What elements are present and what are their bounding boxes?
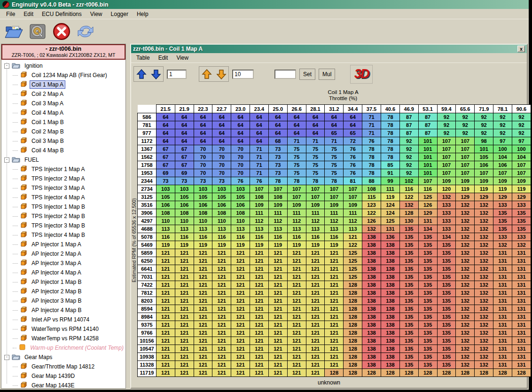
map-cell[interactable]: 64 xyxy=(250,129,269,137)
map-cell[interactable]: 107 xyxy=(418,177,437,185)
map-cell[interactable]: 133 xyxy=(512,233,531,241)
map-cell[interactable]: 65 xyxy=(325,129,344,137)
map-cell[interactable]: 121 xyxy=(268,321,287,329)
map-cell[interactable]: 121 xyxy=(287,273,306,281)
map-cell[interactable]: 73 xyxy=(268,145,287,153)
tree-item-ap-injector-3-map-b[interactable]: AP Injector 3 Map B xyxy=(1,296,125,306)
map-cell[interactable]: 132 xyxy=(456,313,475,321)
map-cell[interactable]: 107 xyxy=(437,169,456,177)
map-cell[interactable]: 112 xyxy=(287,217,306,225)
map-cell[interactable]: 78 xyxy=(381,113,399,121)
map-cell[interactable]: 131 xyxy=(493,265,512,273)
map-cell[interactable]: 138 xyxy=(381,265,399,273)
map-cell[interactable]: 76 xyxy=(344,169,362,177)
map-cell[interactable]: 135 xyxy=(437,249,456,257)
map-cell[interactable]: 116 xyxy=(418,185,437,193)
col-header-cell[interactable]: 65.6 xyxy=(456,105,475,113)
col-header-cell[interactable]: 40.6 xyxy=(381,105,399,113)
map-cell[interactable]: 121 xyxy=(268,345,287,353)
map-cell[interactable]: 113 xyxy=(194,225,212,233)
map-cell[interactable]: 132 xyxy=(456,273,475,281)
map-cell[interactable]: 64 xyxy=(306,129,325,137)
map-cell[interactable]: 128 xyxy=(362,369,381,377)
map-cell[interactable]: 110 xyxy=(194,217,212,225)
col-header-cell[interactable]: 25.0 xyxy=(268,105,287,113)
map-cell[interactable]: 64 xyxy=(156,137,175,145)
map-cell[interactable]: 135 xyxy=(437,241,456,249)
map-cell[interactable]: 128 xyxy=(418,369,437,377)
row-header-cell[interactable]: 5078 xyxy=(138,233,156,241)
map-cell[interactable]: 121 xyxy=(268,257,287,265)
increment-coarse-icon[interactable] xyxy=(199,67,214,81)
map-cell[interactable]: 121 xyxy=(287,257,306,265)
map-cell[interactable]: 132 xyxy=(437,193,456,201)
map-cell[interactable]: 73 xyxy=(175,177,194,185)
map-cell[interactable]: 132 xyxy=(475,289,493,297)
map-cell[interactable]: 128 xyxy=(399,369,418,377)
map-cell[interactable]: 92 xyxy=(493,129,512,137)
map-cell[interactable]: 106 xyxy=(156,201,175,209)
row-header-cell[interactable]: 9375 xyxy=(138,321,156,329)
row-header-cell[interactable]: 6641 xyxy=(138,265,156,273)
map-cell[interactable]: 92 xyxy=(512,129,531,137)
map-cell[interactable]: 128 xyxy=(344,281,362,289)
map-cell[interactable]: 121 xyxy=(231,257,250,265)
map-cell[interactable]: 121 xyxy=(268,289,287,297)
map-cell[interactable]: 109 xyxy=(287,201,306,209)
map-cell[interactable]: 121 xyxy=(325,313,344,321)
map-cell[interactable]: 121 xyxy=(194,281,212,289)
map-cell[interactable]: 121 xyxy=(175,369,194,377)
map-cell[interactable]: 119 xyxy=(493,185,512,193)
map-cell[interactable]: 108 xyxy=(362,185,381,193)
map-cell[interactable]: 87 xyxy=(418,129,437,137)
col-header-cell[interactable]: 23.4 xyxy=(250,105,269,113)
map-cell[interactable]: 81 xyxy=(344,177,362,185)
map-cell[interactable]: 122 xyxy=(344,241,362,249)
tree-item-gear-maps[interactable]: -Gear Maps xyxy=(1,353,125,362)
map-cell[interactable]: 92 xyxy=(456,121,475,129)
collapse-toggle-icon[interactable]: - xyxy=(4,355,9,360)
map-cell[interactable]: 64 xyxy=(268,121,287,129)
tree-item-tps-injector-2-map-b[interactable]: TPS Injector 2 Map B xyxy=(1,212,125,221)
map-cell[interactable]: 128 xyxy=(493,369,512,377)
map-cell[interactable]: 119 xyxy=(512,185,531,193)
row-header-cell[interactable]: 1953 xyxy=(138,169,156,177)
map-cell[interactable]: 121 xyxy=(306,305,325,313)
map-cell[interactable]: 70 xyxy=(194,169,212,177)
map-cell[interactable]: 121 xyxy=(250,345,269,353)
map-cell[interactable]: 138 xyxy=(381,329,399,337)
map-cell[interactable]: 121 xyxy=(212,329,231,337)
fine-increment-input[interactable] xyxy=(167,70,187,79)
map-cell[interactable]: 131 xyxy=(418,217,437,225)
map-cell[interactable]: 131 xyxy=(493,329,512,337)
map-cell[interactable]: 121 xyxy=(325,345,344,353)
map-cell[interactable]: 120 xyxy=(437,185,456,193)
map-cell[interactable]: 121 xyxy=(231,305,250,313)
row-header-cell[interactable]: 3516 xyxy=(138,201,156,209)
map-cell[interactable]: 92 xyxy=(437,129,456,137)
set-button[interactable]: Set xyxy=(299,69,315,80)
map-cell[interactable]: 131 xyxy=(381,225,399,233)
map-cell[interactable]: 121 xyxy=(325,305,344,313)
map-cell[interactable]: 121 xyxy=(306,345,325,353)
map-cell[interactable]: 131 xyxy=(512,273,531,281)
map-cell[interactable]: 135 xyxy=(418,249,437,257)
tree-item-fuel[interactable]: -FUEL xyxy=(1,155,125,165)
map-cell[interactable]: 121 xyxy=(344,233,362,241)
col-header-cell[interactable]: 23.0 xyxy=(231,105,250,113)
map-cell[interactable]: 124 xyxy=(381,209,399,217)
map-cell[interactable]: 131 xyxy=(512,353,531,361)
map-cell[interactable]: 70 xyxy=(194,153,212,161)
tree-item-coil-1-map-b[interactable]: Coil 1 Map B xyxy=(1,118,125,127)
map-cell[interactable]: 108 xyxy=(231,209,250,217)
map-cell[interactable]: 135 xyxy=(399,225,418,233)
map-cell[interactable]: 71 xyxy=(287,137,306,145)
map-cell[interactable]: 107 xyxy=(250,185,269,193)
map-cell[interactable]: 87 xyxy=(418,121,437,129)
map-cell[interactable]: 107 xyxy=(456,169,475,177)
map-cell[interactable]: 132 xyxy=(456,345,475,353)
map-cell[interactable]: 135 xyxy=(399,313,418,321)
map-cell[interactable]: 64 xyxy=(194,113,212,121)
map-cell[interactable]: 121 xyxy=(175,313,194,321)
map-cell[interactable]: 135 xyxy=(437,305,456,313)
